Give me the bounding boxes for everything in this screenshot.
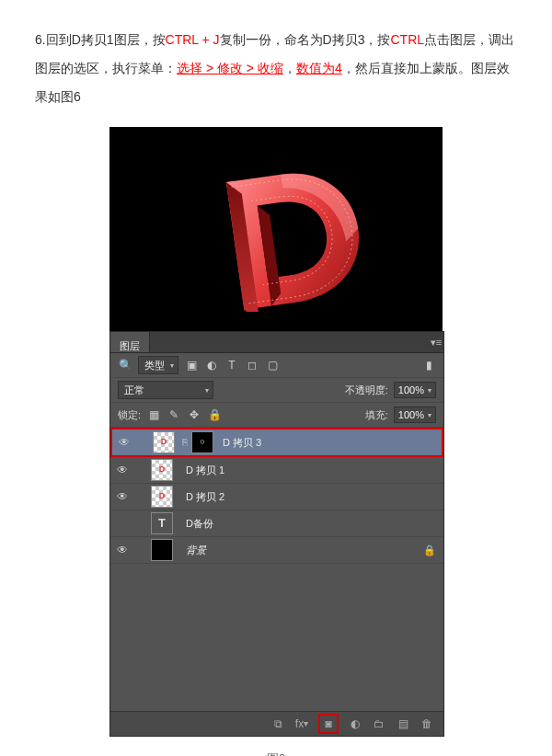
- layer-thumb[interactable]: D: [151, 486, 173, 508]
- visibility-toggle[interactable]: ▢: [110, 511, 134, 535]
- figure-caption: <图6>: [109, 746, 443, 756]
- filter-kind-dropdown[interactable]: 类型▾: [138, 356, 178, 374]
- text: 复制一份，命名为D拷贝3，按: [220, 32, 391, 47]
- layers-list: 👁 D ⎘ ○ D 拷贝 3 👁 D D 拷贝 1 👁 D: [110, 428, 443, 711]
- lock-paint-icon[interactable]: ✎: [167, 407, 181, 422]
- layer-thumb-type[interactable]: T: [151, 512, 173, 534]
- tab-layers[interactable]: 图层: [110, 332, 150, 352]
- lock-icon: 🔒: [423, 539, 436, 561]
- lock-all-icon[interactable]: 🔒: [207, 407, 222, 422]
- layer-row[interactable]: ▢ T D备份: [110, 510, 443, 537]
- filter-type-icon[interactable]: T: [224, 358, 239, 372]
- layers-panel: 图层 ▾≡ 🔍 类型▾ ▣ ◐ T ◻ ▢ ▮ 正常▾ 不透明度: 100%▾ …: [109, 331, 444, 737]
- fx-icon[interactable]: fx▾: [294, 716, 309, 731]
- filter-shape-icon[interactable]: ◻: [245, 358, 259, 372]
- delete-layer-icon[interactable]: 🗑: [420, 716, 434, 731]
- visibility-toggle[interactable]: 👁: [110, 538, 134, 562]
- blend-mode-dropdown[interactable]: 正常▾: [118, 381, 213, 399]
- layer-thumb[interactable]: D: [151, 459, 173, 481]
- filter-smart-icon[interactable]: ▢: [265, 358, 280, 372]
- layer-name[interactable]: D 拷贝 1: [186, 459, 443, 481]
- shortcut-ctrl-j: CTRL + J: [166, 32, 220, 47]
- new-layer-icon[interactable]: ▤: [396, 716, 410, 731]
- layer-mask-thumb[interactable]: ○: [191, 431, 213, 453]
- layer-row-background[interactable]: 👁 背景 🔒: [110, 537, 443, 564]
- layer-name[interactable]: D 拷贝 3: [223, 431, 442, 453]
- text: ，: [283, 61, 296, 75]
- filter-pixel-icon[interactable]: ▣: [184, 358, 199, 372]
- layer-thumb[interactable]: [151, 539, 173, 561]
- value-link[interactable]: 数值为4: [296, 61, 342, 75]
- layer-name[interactable]: D 拷贝 2: [186, 486, 443, 508]
- link-layers-icon[interactable]: ⧉: [270, 716, 285, 731]
- shortcut-ctrl: CTRL: [390, 32, 424, 47]
- visibility-toggle[interactable]: 👁: [110, 485, 134, 509]
- lock-pixels-icon[interactable]: ▦: [146, 407, 161, 422]
- layer-thumb[interactable]: D: [153, 431, 175, 453]
- opacity-label: 不透明度:: [345, 379, 388, 401]
- mask-link-icon[interactable]: ⎘: [178, 432, 191, 452]
- layer-row-selected[interactable]: 👁 D ⎘ ○ D 拷贝 3: [110, 428, 443, 457]
- step-paragraph: 6.回到D拷贝1图层，按CTRL + J复制一份，命名为D拷贝3，按CTRL点击…: [35, 26, 517, 110]
- layer-row[interactable]: 👁 D D 拷贝 1: [110, 457, 443, 484]
- lock-move-icon[interactable]: ✥: [187, 407, 201, 422]
- new-group-icon[interactable]: 🗀: [372, 716, 386, 731]
- layer-row[interactable]: 👁 D D 拷贝 2: [110, 484, 443, 510]
- search-icon: 🔍: [118, 358, 132, 372]
- visibility-toggle[interactable]: 👁: [112, 430, 136, 454]
- panel-menu-icon[interactable]: ▾≡: [429, 332, 443, 352]
- layer-name[interactable]: D备份: [186, 512, 443, 534]
- lock-label: 锁定:: [118, 404, 141, 426]
- menu-path-link[interactable]: 选择 > 修改 > 收缩: [177, 61, 283, 75]
- fill-input[interactable]: 100%▾: [394, 407, 436, 423]
- layer-name[interactable]: 背景: [186, 539, 423, 561]
- filter-adjust-icon[interactable]: ◐: [204, 358, 219, 372]
- text: 6.回到D拷贝1图层，按: [35, 32, 166, 47]
- adjustment-layer-icon[interactable]: ◐: [348, 716, 362, 731]
- filter-toggle[interactable]: ▮: [421, 358, 436, 372]
- preview-canvas: [109, 127, 443, 331]
- visibility-toggle[interactable]: 👁: [110, 458, 134, 482]
- opacity-input[interactable]: 100%▾: [394, 382, 436, 398]
- fill-label: 填充:: [365, 404, 388, 426]
- add-mask-button[interactable]: ◙: [318, 714, 339, 734]
